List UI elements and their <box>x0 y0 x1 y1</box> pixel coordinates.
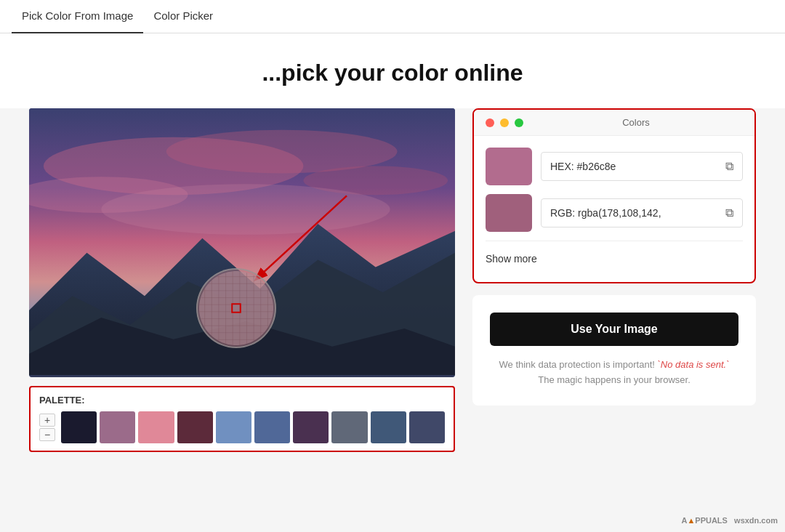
svg-rect-12 <box>198 270 275 347</box>
tab-color-picker[interactable]: Color Picker <box>143 0 223 33</box>
image-upload-panel: Use Your Image We think data protection … <box>472 295 756 406</box>
main-content: PALETTE: + − Colors <box>0 108 785 481</box>
landscape-image <box>29 108 455 377</box>
palette-swatch-0[interactable] <box>61 411 97 443</box>
hex-swatch <box>486 148 532 185</box>
hex-row: HEX: #b26c8e ⧉ <box>486 148 743 185</box>
palette-swatch-8[interactable] <box>371 411 406 443</box>
palette-swatch-9[interactable] <box>409 411 445 443</box>
palette-swatch-5[interactable] <box>254 411 290 443</box>
palette-remove-button[interactable]: − <box>39 428 55 441</box>
privacy-text-before: We think data protection is important! <box>499 359 655 370</box>
privacy-text-after: The magic happens in your browser. <box>538 374 691 385</box>
palette-swatch-1[interactable] <box>100 411 135 443</box>
traffic-dot-green <box>515 118 523 127</box>
color-panel-body: HEX: #b26c8e ⧉ RGB: rgba(178,108,142, ⧉ … <box>474 136 754 282</box>
palette-swatch-7[interactable] <box>331 411 367 443</box>
right-column: Colors HEX: #b26c8e ⧉ RGB: rgba(178,108,… <box>472 108 756 452</box>
palette-add-button[interactable]: + <box>39 414 55 427</box>
svg-point-5 <box>101 184 390 235</box>
privacy-highlight: `No data is sent.` <box>658 359 730 370</box>
palette-controls: + − <box>39 411 445 443</box>
rgb-copy-icon[interactable]: ⧉ <box>725 206 733 219</box>
top-navigation: Pick Color From Image Color Picker <box>0 0 785 33</box>
color-panel: Colors HEX: #b26c8e ⧉ RGB: rgba(178,108,… <box>472 108 756 283</box>
palette-swatch-4[interactable] <box>216 411 251 443</box>
color-panel-header: Colors <box>474 110 754 136</box>
rgb-value: RGB: rgba(178,108,142, <box>550 207 661 219</box>
magnifier-circle <box>196 268 276 348</box>
palette-buttons: + − <box>39 414 55 441</box>
left-column: PALETTE: + − <box>29 108 455 452</box>
page-title: ...pick your color online <box>0 33 785 108</box>
hex-value-box: HEX: #b26c8e ⧉ <box>541 152 743 181</box>
palette-swatch-6[interactable] <box>293 411 329 443</box>
magnifier-grid-svg <box>198 270 275 347</box>
palette-swatch-3[interactable] <box>177 411 213 443</box>
traffic-dot-yellow <box>500 118 509 127</box>
hex-value: HEX: #b26c8e <box>550 161 616 172</box>
palette-swatch-2[interactable] <box>138 411 174 443</box>
palette-label: PALETTE: <box>39 395 445 406</box>
rgb-swatch <box>486 194 532 232</box>
show-more-button[interactable]: Show more <box>486 247 537 270</box>
tab-pick-color[interactable]: Pick Color From Image <box>12 0 143 33</box>
privacy-text: We think data protection is important! `… <box>490 358 738 388</box>
palette-swatches <box>61 411 445 443</box>
panel-title: Colors <box>622 117 650 128</box>
use-image-button[interactable]: Use Your Image <box>490 313 738 346</box>
panel-divider <box>486 241 743 241</box>
traffic-dot-red <box>486 118 494 127</box>
image-container[interactable] <box>29 108 455 377</box>
rgb-value-box: RGB: rgba(178,108,142, ⧉ <box>541 198 743 227</box>
palette-section: PALETTE: + − <box>29 386 455 452</box>
hex-copy-icon[interactable]: ⧉ <box>725 160 733 173</box>
rgb-row: RGB: rgba(178,108,142, ⧉ <box>486 194 743 232</box>
